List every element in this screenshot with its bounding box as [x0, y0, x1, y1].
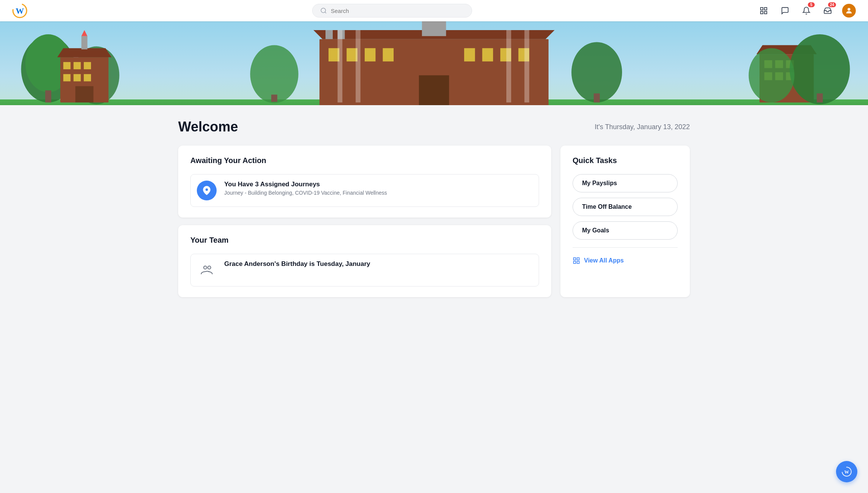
svg-rect-45: [506, 30, 511, 102]
quick-tasks-card: Quick Tasks My Payslips Time Off Balance…: [560, 146, 690, 297]
user-avatar-icon: [845, 6, 853, 15]
svg-rect-56: [817, 93, 823, 102]
svg-rect-36: [419, 75, 449, 105]
my-goals-button[interactable]: My Goals: [573, 221, 678, 240]
svg-rect-40: [422, 21, 446, 36]
svg-rect-67: [574, 261, 576, 264]
svg-rect-22: [84, 74, 91, 82]
team-item[interactable]: Grace Anderson's Birthday is Tuesday, Ja…: [190, 254, 539, 287]
awaiting-action-title: Awaiting Your Action: [190, 156, 539, 165]
svg-rect-66: [577, 258, 579, 260]
svg-marker-24: [57, 48, 111, 57]
svg-text:W: W: [844, 469, 849, 475]
main-content: Welcome It's Thursday, January 13, 2022 …: [160, 105, 708, 311]
campus-illustration: [0, 21, 868, 105]
map-pin-icon: [202, 186, 212, 195]
svg-rect-25: [81, 36, 88, 50]
svg-rect-46: [525, 30, 530, 102]
page-title: Welcome: [178, 119, 238, 135]
svg-point-62: [206, 189, 208, 191]
date-display: It's Thursday, January 13, 2022: [595, 123, 690, 131]
hero-banner: [0, 21, 868, 105]
welcome-header: Welcome It's Thursday, January 13, 2022: [178, 119, 690, 135]
svg-rect-4: [761, 8, 763, 10]
svg-rect-43: [338, 30, 343, 102]
svg-rect-7: [764, 11, 767, 14]
svg-rect-23: [75, 86, 94, 102]
action-title: You Have 3 Assigned Journeys: [224, 181, 387, 188]
svg-rect-61: [271, 94, 278, 102]
action-subtitle: Journey - Building Belonging, COVID-19 V…: [224, 190, 387, 196]
workday-chat-icon: W: [841, 466, 852, 477]
svg-text:W: W: [16, 6, 24, 16]
top-navigation: W 5: [0, 0, 868, 21]
search-input[interactable]: [331, 8, 464, 14]
bell-icon: [802, 6, 811, 15]
svg-rect-33: [482, 48, 493, 61]
grid-icon: [760, 6, 768, 15]
your-team-title: Your Team: [190, 236, 539, 245]
your-team-card: Your Team Grace Anderson's Birthday is T…: [178, 225, 551, 297]
notifications-button[interactable]: 5: [799, 4, 813, 18]
team-content: Grace Anderson's Birthday is Tuesday, Ja…: [224, 260, 370, 268]
apps-button[interactable]: [757, 4, 771, 18]
awaiting-action-card: Awaiting Your Action You Have 3 Assigned…: [178, 146, 551, 218]
chat-icon: [781, 6, 789, 15]
svg-rect-18: [73, 62, 81, 69]
svg-rect-5: [764, 8, 767, 10]
topnav-actions: 5 24: [757, 4, 856, 18]
search-bar[interactable]: [312, 4, 472, 18]
svg-rect-59: [594, 93, 600, 102]
svg-point-60: [250, 45, 298, 103]
view-all-apps-button[interactable]: View All Apps: [573, 255, 624, 266]
svg-rect-32: [464, 48, 475, 61]
svg-rect-21: [73, 74, 81, 82]
svg-rect-19: [84, 62, 91, 69]
svg-rect-38: [326, 30, 333, 39]
people-icon: [201, 264, 213, 276]
quick-tasks-title: Quick Tasks: [573, 156, 678, 165]
svg-rect-30: [365, 48, 376, 61]
my-payslips-button[interactable]: My Payslips: [573, 174, 678, 192]
journey-icon-container: [197, 181, 217, 200]
birthday-icon-container: [197, 260, 217, 280]
svg-rect-68: [577, 261, 579, 264]
svg-rect-20: [63, 74, 70, 82]
left-column: Awaiting Your Action You Have 3 Assigned…: [178, 146, 551, 297]
svg-point-8: [847, 8, 850, 11]
action-item[interactable]: You Have 3 Assigned Journeys Journey - B…: [190, 174, 539, 207]
svg-line-3: [325, 12, 326, 13]
svg-point-2: [321, 8, 326, 13]
inbox-button[interactable]: 24: [821, 4, 834, 18]
grid-apps-icon: [573, 257, 580, 264]
messages-button[interactable]: [778, 4, 792, 18]
action-content: You Have 3 Assigned Journeys Journey - B…: [224, 181, 387, 196]
svg-point-64: [208, 266, 211, 269]
team-item-title: Grace Anderson's Birthday is Tuesday, Ja…: [224, 260, 370, 268]
inbox-icon: [823, 6, 832, 15]
time-off-balance-button[interactable]: Time Off Balance: [573, 198, 678, 216]
inbox-badge: 24: [828, 2, 836, 7]
chat-fab-button[interactable]: W: [836, 461, 857, 482]
svg-rect-13: [45, 90, 51, 102]
search-icon: [320, 7, 327, 14]
content-grid: Awaiting Your Action You Have 3 Assigned…: [178, 146, 690, 297]
svg-rect-31: [383, 48, 393, 61]
view-all-apps-label: View All Apps: [584, 257, 624, 264]
svg-point-57: [749, 48, 795, 102]
logo[interactable]: W: [12, 3, 27, 18]
avatar[interactable]: [842, 4, 856, 18]
svg-point-63: [204, 266, 207, 269]
workday-logo-icon: W: [12, 3, 27, 18]
divider: [573, 247, 678, 248]
svg-rect-65: [574, 258, 576, 260]
notifications-badge: 5: [808, 2, 815, 7]
svg-rect-44: [356, 30, 361, 102]
svg-rect-17: [63, 62, 70, 69]
svg-rect-6: [761, 11, 763, 14]
